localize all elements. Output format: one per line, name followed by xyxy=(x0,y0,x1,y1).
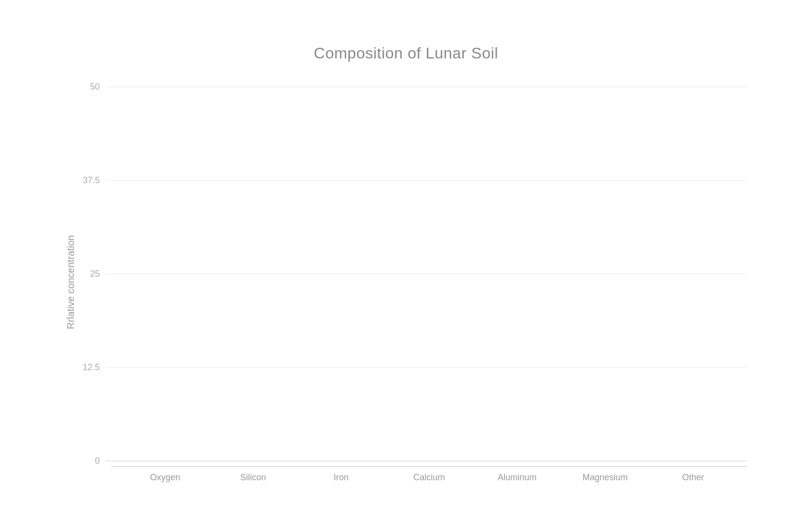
grid-label: 0 xyxy=(81,456,106,466)
x-label: Oxygen xyxy=(121,472,209,483)
x-label: Silicon xyxy=(209,472,297,483)
y-axis-label: Rrlative concentration xyxy=(65,82,76,483)
x-label: Calcium xyxy=(385,472,473,483)
x-labels: OxygenSiliconIronCalciumAluminumMagnesiu… xyxy=(111,467,747,483)
chart-title: Composition of Lunar Soil xyxy=(314,44,498,62)
grid-label: 25 xyxy=(81,269,106,279)
grid-label: 12.5 xyxy=(81,362,106,373)
chart-plot: 5037.52512.50 OxygenSiliconIronCalciumAl… xyxy=(81,82,747,483)
plot-inner: 5037.52512.50 xyxy=(81,82,747,466)
grid-label: 50 xyxy=(81,82,106,92)
x-label: Magnesium xyxy=(561,472,649,483)
x-label: Other xyxy=(649,472,737,483)
grid-label: 37.5 xyxy=(81,175,106,186)
chart-container: Composition of Lunar Soil Rrlative conce… xyxy=(65,44,747,483)
bars-wrapper xyxy=(111,82,747,466)
x-label: Aluminum xyxy=(473,472,561,483)
chart-area: Rrlative concentration 5037.52512.50 Oxy… xyxy=(65,82,747,483)
x-label: Iron xyxy=(297,472,385,483)
